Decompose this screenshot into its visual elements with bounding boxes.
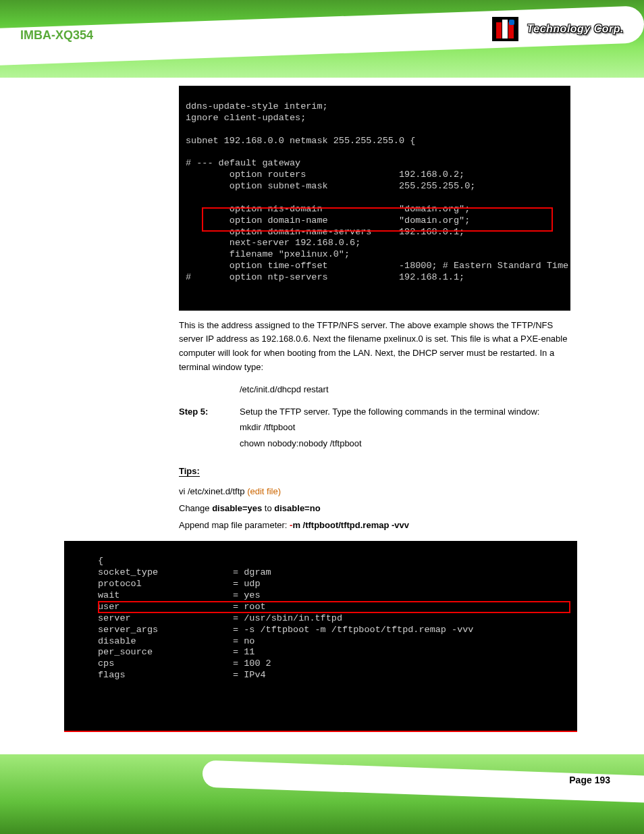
txt-bold: disable=yes: [212, 503, 262, 513]
v: = 100 2: [233, 658, 271, 670]
v: = -s /tftpboot -m /tftpboot/tftpd.remap …: [233, 625, 473, 636]
k: wait: [98, 590, 233, 602]
term-line: option nis-domain "domain.org";: [186, 204, 470, 214]
txt-bold: m /tftpboot/tftpd.remap -vvv: [292, 520, 409, 530]
command-line: chown nobody:nobody /tftpboot: [240, 437, 580, 451]
txt: Append map file parameter:: [179, 520, 290, 530]
term-line: option domain-name "domain.org";: [186, 215, 470, 226]
red-underline-decor: [64, 731, 577, 732]
command-line: mkdir /tftpboot: [240, 421, 580, 435]
command-line: /etc/init.d/dhcpd restart: [240, 383, 580, 397]
v: = yes: [233, 590, 261, 602]
term-line: option domain-name-servers 192.168.0.1;: [186, 227, 464, 237]
tips-change-line: Change disable=yes to disable=no: [179, 502, 580, 516]
tips-file-cmd: vi /etc/xinet.d/tftp: [179, 486, 247, 496]
term-line: option routers 192.168.0.2;: [186, 170, 464, 180]
k: flags: [98, 670, 233, 681]
term-line: filename "pxelinux.0";: [186, 249, 350, 259]
brand-text: Technology Corp.: [527, 23, 624, 35]
txt-bold: disable=no: [274, 503, 320, 513]
step-label: Step 5:: [179, 407, 240, 417]
header-banner: IMBA-XQ354 ® Technology Corp.: [0, 0, 644, 78]
term-line: # --- default gateway: [186, 158, 300, 168]
v: = no: [233, 636, 254, 648]
k: server_args: [98, 625, 233, 636]
term-line: option subnet-mask 255.255.255.0;: [186, 181, 475, 191]
tips-file-note: (edit file): [247, 486, 281, 496]
term-line: subnet 192.168.0.0 netmask 255.255.255.0…: [186, 136, 415, 146]
k: server: [98, 613, 233, 625]
term-line: option time-offset -18000; # Eastern Sta…: [186, 261, 568, 271]
v: = /usr/sbin/in.tftpd: [233, 613, 342, 625]
term-line: ignore client-updates;: [186, 113, 306, 123]
page-content: ddns-update-style interim; ignore client…: [0, 86, 644, 731]
step-text: Setup the TFTP server. Type the followin…: [240, 407, 570, 417]
product-name: IMBA-XQ354: [20, 28, 93, 43]
term-line: ddns-update-style interim;: [186, 101, 328, 111]
term-line: # option ntp-servers 192.168.1.1;: [186, 272, 464, 282]
brand-logo-block: ® Technology Corp.: [492, 17, 624, 41]
k: disable: [98, 636, 233, 648]
page-number: Page 193: [569, 775, 610, 785]
tips-file-line: vi /etc/xinet.d/tftp (edit file): [179, 485, 580, 499]
v: = dgram: [233, 567, 271, 579]
txt: Change: [179, 503, 212, 513]
k: cps: [98, 658, 233, 670]
iei-logo-icon: [492, 17, 518, 41]
term-line: next-server 192.168.0.6;: [186, 238, 360, 248]
k: protocol: [98, 579, 233, 590]
v: = 11: [233, 647, 254, 658]
v: = IPv4: [233, 670, 266, 681]
k: per_source: [98, 647, 233, 658]
v: = root: [233, 602, 266, 613]
step-5-row: Step 5: Setup the TFTP server. Type the …: [179, 407, 570, 417]
registered-mark: ®: [520, 33, 525, 41]
footer-banner: Page 193: [0, 754, 644, 834]
k: user: [98, 602, 233, 613]
k: socket_type: [98, 567, 233, 579]
explanation-paragraph: This is the address assigned to the TFTP…: [179, 319, 570, 375]
tips-label: Tips:: [179, 466, 200, 477]
v: = udp: [233, 579, 261, 590]
txt: to: [262, 503, 274, 513]
xinetd-config-terminal: { socket_type= dgramprotocol= udpwait= y…: [64, 541, 577, 731]
tips-append-line: Append map file parameter: -m /tftpboot/…: [179, 519, 580, 533]
dhcp-config-terminal: ddns-update-style interim; ignore client…: [179, 86, 570, 311]
